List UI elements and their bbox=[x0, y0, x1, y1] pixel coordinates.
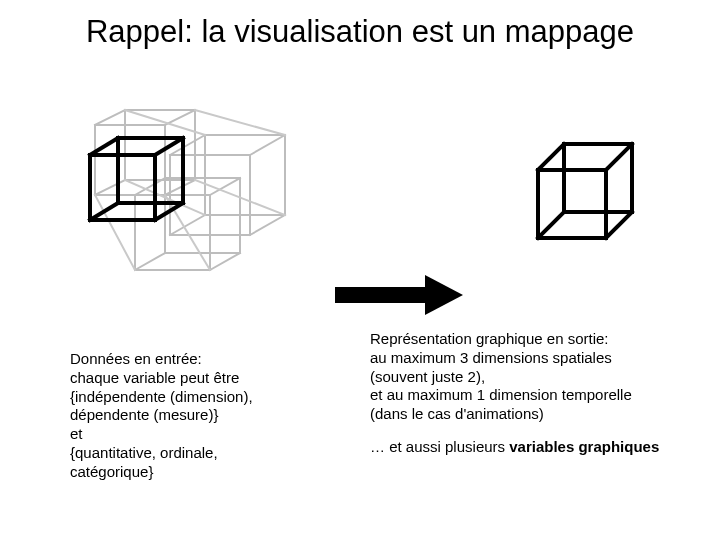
svg-rect-25 bbox=[118, 138, 183, 203]
text-line: … et aussi plusieurs variables graphique… bbox=[370, 438, 700, 457]
svg-rect-30 bbox=[335, 287, 425, 303]
svg-marker-31 bbox=[425, 275, 463, 315]
svg-line-3 bbox=[165, 110, 195, 125]
text-span: … et aussi plusieurs bbox=[370, 438, 509, 455]
svg-line-19 bbox=[195, 110, 285, 135]
text-line: Données en entrée: bbox=[70, 350, 330, 369]
svg-line-27 bbox=[155, 138, 183, 155]
svg-rect-7 bbox=[205, 135, 285, 215]
text-line: et bbox=[70, 425, 330, 444]
svg-line-2 bbox=[95, 110, 125, 125]
svg-line-4 bbox=[95, 180, 125, 195]
output-caption: Représentation graphique en sortie: au m… bbox=[370, 330, 700, 457]
text-line: et au maximum 1 dimension temporelle bbox=[370, 386, 700, 405]
svg-line-23 bbox=[165, 195, 210, 270]
svg-line-35 bbox=[606, 144, 632, 170]
svg-line-34 bbox=[538, 144, 564, 170]
text-line: catégorique} bbox=[70, 463, 330, 482]
text-line: chaque variable peut être bbox=[70, 369, 330, 388]
arrow-icon bbox=[335, 275, 465, 315]
diagram-area bbox=[0, 100, 720, 300]
text-line: (dans le cas d'animations) bbox=[370, 405, 700, 424]
text-line: {quantitative, ordinale, bbox=[70, 444, 330, 463]
text-line: (souvent juste 2), bbox=[370, 368, 700, 387]
svg-line-16 bbox=[135, 253, 165, 270]
text-line: dépendente (mesure)} bbox=[70, 406, 330, 425]
svg-line-37 bbox=[606, 212, 632, 238]
bold-text: variables graphiques bbox=[509, 438, 659, 455]
hypercube-icon bbox=[40, 100, 320, 300]
svg-line-9 bbox=[250, 135, 285, 155]
text-line: Représentation graphique en sortie: bbox=[370, 330, 700, 349]
text-line: {indépendente (dimension), bbox=[70, 388, 330, 407]
svg-line-36 bbox=[538, 212, 564, 238]
svg-rect-24 bbox=[90, 155, 155, 220]
cube-icon bbox=[520, 130, 640, 250]
svg-line-28 bbox=[90, 203, 118, 220]
text-line: au maximum 3 dimensions spatiales bbox=[370, 349, 700, 368]
input-caption: Données en entrée: chaque variable peut … bbox=[70, 350, 330, 481]
svg-line-11 bbox=[250, 215, 285, 235]
svg-line-17 bbox=[210, 253, 240, 270]
slide-title: Rappel: la visualisation est un mappage bbox=[0, 0, 720, 50]
